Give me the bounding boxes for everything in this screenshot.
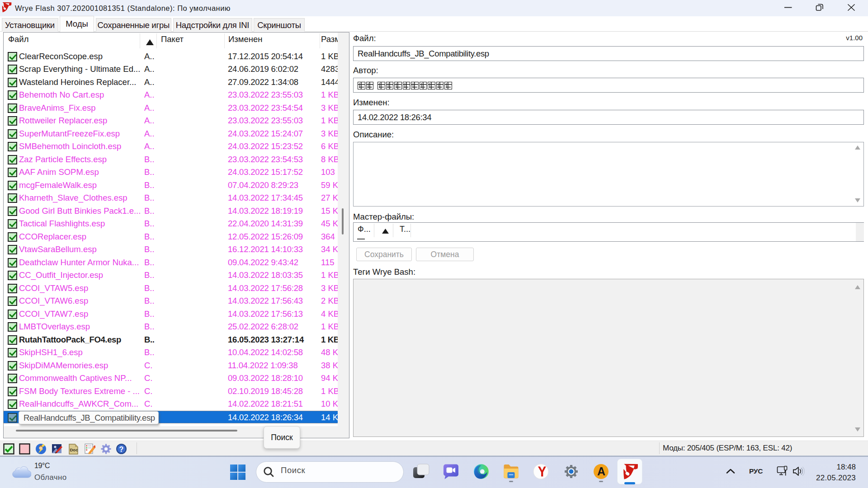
svg-text:?: ? xyxy=(119,446,124,453)
svg-text:A: A xyxy=(597,465,605,478)
svg-text:Doc: Doc xyxy=(70,447,78,452)
